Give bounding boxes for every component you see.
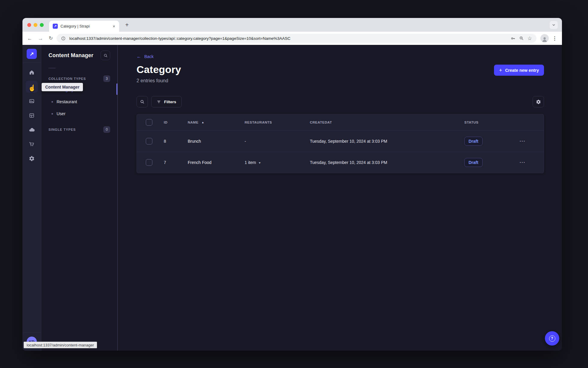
window-zoom-button[interactable] [40, 23, 44, 27]
cell-name: Brunch [180, 130, 237, 152]
back-link[interactable]: ← Back [137, 54, 154, 59]
url-bar[interactable]: localhost:1337/admin/content-manager/col… [57, 34, 537, 43]
create-new-entry-button[interactable]: + Create new entry [494, 65, 544, 76]
desktop: { "colors": { "accent": "#4945ff", "acce… [0, 0, 588, 368]
status-badge: Draft [464, 158, 483, 167]
strapi-app: ↗ KD [22, 45, 562, 351]
bookmark-star-icon[interactable]: ☆ [528, 36, 532, 41]
browser-profile-icon[interactable] [540, 34, 549, 42]
zoom-page-icon[interactable] [519, 36, 524, 41]
browser-window: ↗ Category | Strapi × + ← → ↻ localhost:… [22, 18, 562, 351]
entries-table-card: ID NAME▲ RESTAURANTS CREATEDAT STATUS 8 [137, 114, 544, 173]
help-button[interactable]: ? [545, 331, 559, 346]
subnav-item-restaurant[interactable]: Restaurant [49, 96, 110, 108]
strapi-logo[interactable]: ↗ [27, 49, 37, 59]
browser-menu-icon[interactable]: ⋮ [552, 35, 557, 42]
browser-forward-icon[interactable]: → [38, 36, 43, 41]
section-label: SINGLE TYPES [49, 128, 76, 131]
row-actions-button[interactable]: ··· [520, 160, 526, 165]
table-header-row: ID NAME▲ RESTAURANTS CREATEDAT STATUS [137, 114, 544, 130]
single-types-header: SINGLE TYPES 0 [49, 126, 110, 133]
subnav-item-label: User [57, 111, 66, 116]
main-content: ← Back Category + Create new entry 2 ent… [118, 45, 562, 351]
subnav-item-label: Restaurant [57, 99, 77, 104]
filters-label: Filters [164, 100, 176, 104]
status-badge: Draft [464, 137, 483, 146]
section-label: COLLECTION TYPES [49, 77, 86, 80]
tab-search-chevron-icon[interactable] [550, 21, 558, 29]
row-checkbox[interactable] [146, 159, 152, 166]
subnav-divider [49, 68, 56, 68]
column-header-status[interactable]: STATUS [464, 121, 478, 124]
subnav-search-button[interactable] [101, 51, 110, 60]
row-checkbox[interactable] [146, 138, 152, 145]
search-icon [140, 99, 145, 104]
cloud-icon [28, 127, 35, 133]
nav-divider [22, 63, 41, 63]
sidebar-item-settings[interactable] [26, 153, 38, 165]
sidebar-item-home[interactable] [26, 66, 38, 78]
cell-createdat: Tuesday, September 10, 2024 at 3:03 PM [302, 130, 457, 152]
column-header-name[interactable]: NAME [188, 121, 198, 124]
cell-restaurants[interactable]: 1 item▾ [237, 152, 302, 173]
gear-icon [536, 99, 541, 104]
table-row[interactable]: 8 Brunch - Tuesday, September 10, 2024 a… [137, 130, 544, 152]
column-header-createdat[interactable]: CREATEDAT [310, 121, 332, 124]
browser-reload-icon[interactable]: ↻ [49, 36, 53, 41]
window-minimize-button[interactable] [34, 23, 37, 27]
browser-back-icon[interactable]: ← [27, 36, 32, 41]
select-all-checkbox[interactable] [146, 119, 152, 126]
sidebar-item-cloud[interactable] [26, 124, 38, 136]
plus-icon: + [499, 68, 502, 73]
back-arrow-icon: ← [137, 54, 141, 59]
create-button-label: Create new entry [505, 68, 539, 73]
new-tab-button[interactable]: + [123, 21, 131, 29]
relation-count: 1 item [245, 160, 256, 165]
table-search-button[interactable] [137, 96, 148, 107]
page-info-icon[interactable] [61, 36, 66, 41]
cell-restaurants: - [237, 130, 302, 152]
home-icon [29, 69, 35, 75]
gear-icon [29, 156, 35, 162]
sidebar-item-content-type-builder[interactable] [26, 110, 38, 121]
cell-createdat: Tuesday, September 10, 2024 at 3:03 PM [302, 152, 457, 173]
hand-cursor-icon: ☝ [28, 84, 36, 92]
sidebar-item-marketplace[interactable] [26, 138, 38, 150]
sort-ascending-icon[interactable]: ▲ [201, 121, 204, 124]
favicon-glyph: ↗ [54, 24, 57, 28]
subnav-item-user[interactable]: User [49, 108, 110, 120]
view-settings-button[interactable] [533, 96, 544, 107]
cell-name: French Food [180, 152, 237, 173]
tab-close-icon[interactable]: × [112, 24, 116, 29]
url-text: localhost:1337/admin/content-manager/col… [69, 36, 507, 41]
traffic-lights [27, 23, 44, 27]
bullet-icon [51, 101, 53, 103]
column-header-id[interactable]: ID [164, 121, 168, 124]
tab-title: Category | Strapi [60, 24, 109, 28]
tab-strip: ↗ Category | Strapi × + [22, 18, 562, 32]
strapi-favicon-icon: ↗ [53, 24, 58, 29]
browser-tab[interactable]: ↗ Category | Strapi × [49, 21, 119, 32]
back-label: Back [144, 54, 154, 59]
link-preview-statusbar: localhost:1337/admin/content-manager [24, 342, 97, 348]
window-close-button[interactable] [27, 23, 31, 27]
question-mark-icon: ? [549, 335, 555, 342]
media-image-icon [29, 98, 35, 104]
layout-icon [29, 112, 35, 118]
cell-id: 8 [156, 130, 180, 152]
browser-toolbar: ← → ↻ localhost:1337/admin/content-manag… [22, 32, 562, 45]
subnav-title: Content Manager [49, 52, 93, 59]
page-title: Category [137, 64, 181, 75]
row-actions-button[interactable]: ··· [520, 139, 526, 144]
collection-types-header: COLLECTION TYPES 3 [49, 75, 110, 82]
bullet-icon [51, 113, 53, 115]
filters-button[interactable]: Filters [151, 96, 182, 107]
password-key-icon[interactable] [510, 36, 516, 41]
caret-down-icon: ▾ [259, 161, 260, 165]
sidebar-item-media-library[interactable] [26, 95, 38, 107]
content-manager-tooltip: Content Manager [42, 83, 83, 91]
table-row[interactable]: 7 French Food 1 item▾ Tuesday, September… [137, 152, 544, 173]
search-icon [103, 53, 108, 58]
column-header-restaurants[interactable]: RESTAURANTS [245, 121, 272, 124]
single-types-count-badge: 0 [103, 126, 110, 133]
